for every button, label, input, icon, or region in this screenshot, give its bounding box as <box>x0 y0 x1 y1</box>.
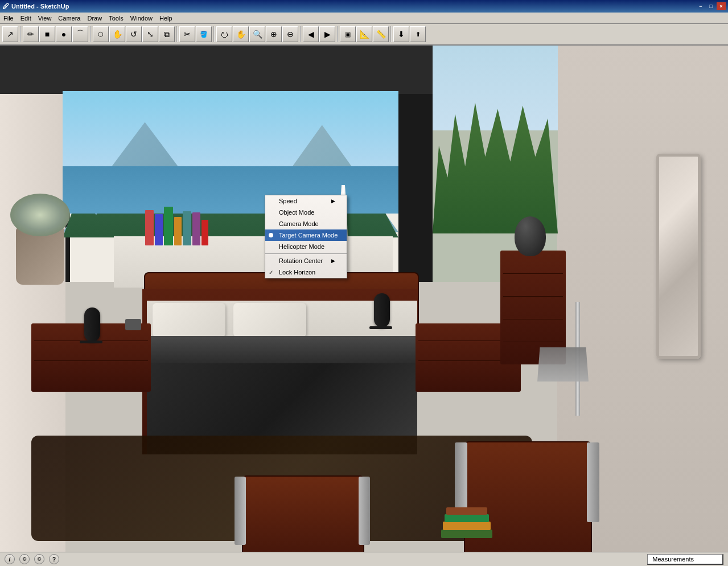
vase-black <box>515 216 546 256</box>
toolbar-separator-3 <box>176 26 178 42</box>
tool-prev-view[interactable]: ◀ <box>303 26 319 42</box>
menu-item-object-mode-label: Object Mode <box>279 209 314 216</box>
menu-draw[interactable]: Draw <box>84 14 105 23</box>
help-button[interactable]: ? <box>49 554 59 564</box>
window-sky <box>63 91 398 166</box>
toolbar-separator-2 <box>90 26 91 42</box>
plant <box>10 194 70 236</box>
tool-push-pull[interactable]: ⬡ <box>93 26 109 42</box>
app-icon: 🖊 <box>2 2 9 10</box>
chair-front-left <box>242 475 364 553</box>
book-4 <box>174 217 182 245</box>
minimize-button[interactable]: − <box>696 2 705 10</box>
tool-select[interactable]: ↗ <box>2 26 18 42</box>
lamp-left <box>84 307 100 342</box>
statusbar: i © © ? Measurements <box>0 552 728 566</box>
menu-camera[interactable]: Camera <box>55 14 84 23</box>
tool-arc[interactable]: ⌒ <box>72 26 88 42</box>
context-menu-separator <box>265 253 347 254</box>
bed-blanket-top <box>147 336 417 364</box>
titlebar: 🖊 Untitled - SketchUp − □ × <box>0 0 728 13</box>
menubar: File Edit View Camera Draw Tools Window … <box>0 13 728 24</box>
menu-item-helicopter-mode-label: Helicopter Mode <box>279 243 324 250</box>
toolbar-separator-5 <box>300 26 301 42</box>
menu-item-helicopter-mode[interactable]: Helicopter Mode <box>265 241 347 252</box>
window-title: Untitled - SketchUp <box>11 3 69 10</box>
tool-export[interactable]: ⬆ <box>410 26 426 42</box>
books-group <box>145 207 208 245</box>
tool-pencil[interactable]: ✏ <box>23 26 39 42</box>
menu-item-camera-mode-label: Camera Mode <box>279 220 319 227</box>
pillow-left <box>153 303 225 337</box>
book-5 <box>183 211 191 245</box>
wall-back-mid <box>398 94 433 282</box>
copyright-button[interactable]: © <box>19 554 30 564</box>
menu-help[interactable]: Help <box>156 14 176 23</box>
menu-item-rotation-center[interactable]: Rotation Center ▶ <box>265 255 347 266</box>
tool-zoom-extents[interactable]: ⊖ <box>282 26 298 42</box>
books-stacked <box>441 507 492 538</box>
tool-eraser[interactable]: ✂ <box>179 26 195 42</box>
tool-rectangle[interactable]: ■ <box>39 26 55 42</box>
lamp-left-base <box>80 341 102 343</box>
device-nightstand-left <box>125 319 141 330</box>
tool-rotate[interactable]: ↺ <box>126 26 142 42</box>
tool-orbit[interactable]: ⭮ <box>216 26 232 42</box>
window-water <box>63 166 398 214</box>
menu-item-rotation-center-label: Rotation Center <box>279 257 323 264</box>
tool-circle[interactable]: ● <box>56 26 72 42</box>
menu-item-lock-horizon[interactable]: ✓ Lock Horizon <box>265 266 347 278</box>
viewport[interactable]: Speed ▶ Object Mode Camera Mode Target C… <box>0 46 728 553</box>
menu-tools[interactable]: Tools <box>105 14 127 23</box>
book-6 <box>192 212 200 245</box>
menu-view[interactable]: View <box>35 14 55 23</box>
window-view-right <box>433 46 558 233</box>
maximize-button[interactable]: □ <box>706 2 715 10</box>
tool-next-view[interactable]: ▶ <box>319 26 335 42</box>
license-button[interactable]: © <box>34 554 44 564</box>
toolbar-separator-4 <box>213 26 215 42</box>
tool-protractor[interactable]: 📏 <box>373 26 389 42</box>
close-button[interactable]: × <box>717 2 726 10</box>
floor-lamp-shade <box>537 347 589 382</box>
tool-measure[interactable]: 📐 <box>356 26 372 42</box>
mirror <box>656 154 701 359</box>
menu-file[interactable]: File <box>0 14 17 23</box>
menu-item-camera-mode[interactable]: Camera Mode <box>265 218 347 229</box>
measurements-box: Measurements <box>647 554 723 565</box>
tool-pan[interactable]: ✋ <box>233 26 249 42</box>
menu-item-target-camera-mode-label: Target Camera Mode <box>279 232 338 239</box>
menu-item-speed[interactable]: Speed ▶ <box>265 195 347 207</box>
tool-import[interactable]: ⬇ <box>393 26 409 42</box>
speed-arrow-icon: ▶ <box>331 198 335 204</box>
tool-move[interactable]: ✋ <box>109 26 125 42</box>
lamp-right <box>374 293 390 327</box>
toolbar-separator-7 <box>390 26 392 42</box>
menu-window[interactable]: Window <box>127 14 156 23</box>
titlebar-title: 🖊 Untitled - SketchUp <box>2 2 69 10</box>
info-button[interactable]: i <box>5 554 15 564</box>
pillow-right <box>233 303 306 337</box>
active-dot-icon <box>269 233 273 237</box>
window-sky-right <box>433 46 558 130</box>
menu-item-lock-horizon-label: Lock Horizon <box>279 269 315 276</box>
tool-offset[interactable]: ⧉ <box>159 26 175 42</box>
menu-item-target-camera-mode[interactable]: Target Camera Mode <box>265 229 347 241</box>
book-1 <box>145 210 154 245</box>
book-7 <box>201 220 208 245</box>
menu-item-object-mode[interactable]: Object Mode <box>265 207 347 218</box>
menu-edit[interactable]: Edit <box>17 14 35 23</box>
tool-zoom[interactable]: 🔍 <box>249 26 265 42</box>
toolbar-separator-1 <box>20 26 21 42</box>
measurements-label: Measurements <box>652 556 694 563</box>
tool-scale[interactable]: ⤡ <box>142 26 158 42</box>
lamp-right-base <box>369 326 392 329</box>
book-3 <box>164 207 173 245</box>
app-window: 🖊 Untitled - SketchUp − □ × File Edit Vi… <box>0 0 728 566</box>
context-menu: Speed ▶ Object Mode Camera Mode Target C… <box>265 195 347 278</box>
plant-pot <box>16 228 64 285</box>
tool-zoom-window[interactable]: ⊕ <box>266 26 282 42</box>
tool-paint[interactable]: 🪣 <box>196 26 212 42</box>
menu-item-speed-label: Speed <box>279 198 297 204</box>
tool-section-plane[interactable]: ▣ <box>340 26 356 42</box>
